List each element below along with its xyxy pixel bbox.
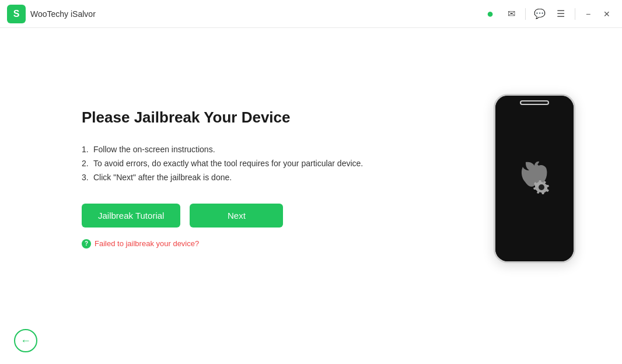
button-row: Jailbreak Tutorial Next — [82, 204, 408, 228]
titlebar-right: ● ✉ 💬 ☰ − ✕ — [481, 5, 615, 23]
minimize-button[interactable]: − — [580, 6, 596, 22]
help-link-label: Failed to jailbreak your device? — [95, 239, 199, 248]
apple-gear-image — [511, 155, 558, 202]
titlebar-left: S WooTechy iSalvor — [7, 5, 96, 23]
close-button[interactable]: ✕ — [599, 6, 615, 22]
help-link[interactable]: ? Failed to jailbreak your device? — [82, 239, 408, 249]
user-icon[interactable]: ● — [481, 5, 499, 23]
instruction-num-3: 3. — [82, 171, 91, 185]
next-button[interactable]: Next — [190, 204, 283, 228]
left-panel: Please Jailbreak Your Device 1. Follow t… — [82, 108, 408, 248]
instruction-text-3: Click "Next" after the jailbreak is done… — [93, 171, 232, 185]
separator2 — [575, 8, 575, 20]
instructions-list: 1. Follow the on-screen instructions. 2.… — [82, 143, 408, 184]
mail-icon[interactable]: ✉ — [502, 5, 520, 23]
chat-icon[interactable]: 💬 — [530, 5, 549, 23]
help-icon: ? — [82, 239, 91, 249]
jailbreak-tutorial-button[interactable]: Jailbreak Tutorial — [82, 204, 180, 228]
titlebar: S WooTechy iSalvor ● ✉ 💬 ☰ − ✕ — [0, 0, 622, 28]
back-arrow-icon: ← — [20, 335, 31, 347]
app-logo: S — [7, 5, 26, 23]
instruction-item-2: 2. To avoid errors, do exactly what the … — [82, 157, 408, 171]
phone-notch — [520, 100, 549, 105]
instruction-num-1: 1. — [82, 143, 91, 157]
instruction-item-3: 3. Click "Next" after the jailbreak is d… — [82, 171, 408, 185]
right-panel — [494, 94, 575, 263]
instruction-text-2: To avoid errors, do exactly what the too… — [93, 157, 363, 171]
main-content: Please Jailbreak Your Device 1. Follow t… — [0, 28, 622, 329]
phone-screen — [495, 96, 574, 261]
instruction-item-1: 1. Follow the on-screen instructions. — [82, 143, 408, 157]
menu-icon[interactable]: ☰ — [551, 5, 570, 23]
page-title: Please Jailbreak Your Device — [82, 108, 408, 127]
instruction-text-1: Follow the on-screen instructions. — [93, 143, 215, 157]
back-button[interactable]: ← — [14, 329, 37, 352]
svg-point-0 — [539, 184, 544, 190]
app-title: WooTechy iSalvor — [30, 9, 96, 19]
separator — [525, 8, 526, 20]
logo-letter: S — [13, 9, 20, 19]
instruction-num-2: 2. — [82, 157, 91, 171]
phone-mockup — [494, 94, 575, 263]
